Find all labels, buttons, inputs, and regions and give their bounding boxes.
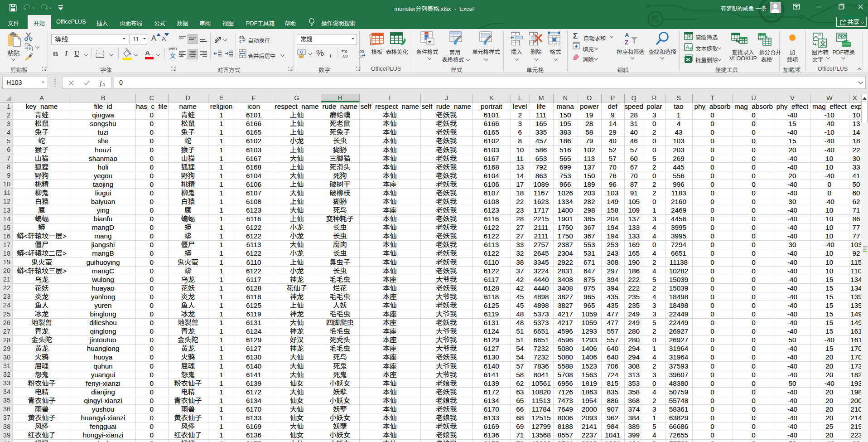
svg-text:x: x [102,81,105,87]
svg-text:文: 文 [820,40,826,47]
svg-text:PDF: PDF [839,34,846,39]
svg-text:c: c [239,39,241,43]
svg-text:f: f [100,80,102,87]
svg-text:.0: .0 [344,49,347,54]
svg-text:.0: .0 [359,54,363,58]
svg-text:A: A [625,32,629,39]
svg-text:≠: ≠ [428,39,431,45]
svg-text:ab: ab [213,35,222,44]
svg-text:Z: Z [625,39,628,46]
svg-text:.00: .00 [342,54,348,58]
svg-text:A: A [686,44,690,51]
